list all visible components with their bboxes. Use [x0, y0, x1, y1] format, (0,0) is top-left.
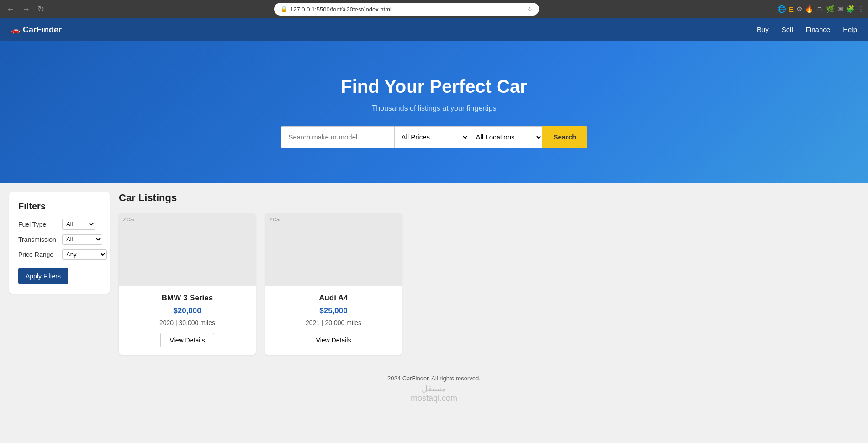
hero-subtitle: Thousands of listings at your fingertips — [371, 104, 496, 112]
nav-buy[interactable]: Buy — [757, 26, 769, 33]
extension-icon-4[interactable]: 🔥 — [805, 5, 814, 13]
fuel-type-select[interactable]: All Petrol Diesel Electric Hybrid — [62, 219, 95, 230]
car-name-2: Audi A4 — [272, 294, 395, 303]
view-details-button-1[interactable]: View Details — [160, 333, 215, 347]
browser-chrome: ← → ↻ 🔒 127.0.0.1:5500/font%20test/index… — [0, 0, 868, 18]
navbar: 🚗 CarFinder Buy Sell Finance Help — [0, 18, 868, 41]
car-card-body-2: Audi A4 $25,000 2021 | 20,000 miles View… — [265, 286, 402, 355]
browser-right-icons: 🌐 E ⚙ 🔥 🛡 🌿 ✉ 🧩 ⋮ — [746, 5, 864, 13]
listings-title: Car Listings — [119, 192, 859, 204]
view-details-button-2[interactable]: View Details — [307, 333, 361, 347]
price-range-row: Price Range Any Under $10k $10k-$20k $20… — [18, 249, 101, 260]
nav-help[interactable]: Help — [843, 26, 857, 33]
extension-icon-8[interactable]: 🧩 — [846, 5, 855, 13]
car-cards-container: ↗Car BMW 3 Series $20,000 2020 | 30,000 … — [119, 213, 859, 355]
car-price-1: $20,000 — [126, 306, 249, 315]
extension-icon-3[interactable]: ⚙ — [796, 5, 802, 13]
extension-icon-5[interactable]: 🛡 — [816, 5, 823, 13]
filters-title: Filters — [18, 201, 101, 212]
extension-icon-6[interactable]: 🌿 — [826, 5, 835, 13]
car-meta-1: 2020 | 30,000 miles — [126, 319, 249, 326]
watermark: مستقل mostaql.com — [9, 384, 859, 403]
transmission-select[interactable]: All Automatic Manual — [62, 234, 102, 245]
forward-button[interactable]: → — [19, 4, 33, 14]
back-button[interactable]: ← — [4, 4, 17, 14]
car-meta-2: 2021 | 20,000 miles — [272, 319, 395, 326]
brand: 🚗 CarFinder — [11, 25, 62, 35]
star-icon[interactable]: ☆ — [527, 6, 533, 13]
car-icon: 🚗 — [11, 26, 20, 34]
car-price-2: $25,000 — [272, 306, 395, 315]
browser-nav-area: ← → ↻ — [4, 4, 68, 14]
price-range-label: Price Range — [18, 251, 59, 258]
apply-filters-button[interactable]: Apply Filters — [18, 268, 68, 284]
fuel-type-row: Fuel Type All Petrol Diesel Electric Hyb… — [18, 219, 101, 230]
filters-panel: Filters Fuel Type All Petrol Diesel Elec… — [9, 192, 110, 294]
main-content: Filters Fuel Type All Petrol Diesel Elec… — [0, 183, 868, 366]
search-button[interactable]: Search — [542, 126, 587, 148]
transmission-label: Transmission — [18, 236, 59, 243]
menu-icon[interactable]: ⋮ — [857, 5, 864, 13]
car-card-body-1: BMW 3 Series $20,000 2020 | 30,000 miles… — [119, 286, 256, 355]
listings-area: Car Listings ↗Car BMW 3 Series $20,000 2… — [119, 192, 859, 357]
car-card: ↗Car Audi A4 $25,000 2021 | 20,000 miles… — [265, 213, 402, 355]
search-bar: All Prices Under $10,000 $10,000 - $20,0… — [281, 126, 587, 148]
nav-finance[interactable]: Finance — [806, 26, 830, 33]
fuel-type-label: Fuel Type — [18, 221, 59, 228]
url-bar[interactable]: 🔒 127.0.0.1:5500/font%20test/index.html … — [274, 3, 539, 16]
brand-name: CarFinder — [23, 25, 62, 35]
nav-menu: Buy Sell Finance Help — [757, 26, 857, 34]
watermark-url: mostaql.com — [9, 394, 859, 403]
hero-section: Find Your Perfect Car Thousands of listi… — [0, 41, 868, 183]
reload-button[interactable]: ↻ — [35, 4, 47, 14]
extension-icon-2[interactable]: E — [789, 5, 794, 13]
extension-icon-1[interactable]: 🌐 — [778, 5, 786, 13]
car-image-1: ↗Car — [119, 213, 256, 286]
watermark-arabic: مستقل — [9, 384, 859, 394]
location-select[interactable]: All Locations New York Los Angeles Chica… — [469, 126, 542, 148]
footer-text: 2024 CarFinder. All rights reserved. — [9, 375, 859, 382]
price-select[interactable]: All Prices Under $10,000 $10,000 - $20,0… — [395, 126, 469, 148]
car-name-1: BMW 3 Series — [126, 294, 249, 303]
url-container: 🔒 127.0.0.1:5500/font%20test/index.html … — [69, 3, 744, 16]
price-range-select[interactable]: Any Under $10k $10k-$20k $20k-$30k $30k+ — [62, 249, 107, 260]
nav-sell[interactable]: Sell — [782, 26, 793, 33]
footer: 2024 CarFinder. All rights reserved. مست… — [0, 366, 868, 412]
car-card: ↗Car BMW 3 Series $20,000 2020 | 30,000 … — [119, 213, 256, 355]
search-input[interactable] — [281, 126, 395, 148]
car-image-2: ↗Car — [265, 213, 402, 286]
lock-icon: 🔒 — [281, 6, 287, 12]
transmission-row: Transmission All Automatic Manual — [18, 234, 101, 245]
hero-title: Find Your Perfect Car — [341, 76, 527, 97]
extension-icon-7[interactable]: ✉ — [837, 5, 843, 13]
url-text: 127.0.0.1:5500/font%20test/index.html — [290, 6, 392, 13]
